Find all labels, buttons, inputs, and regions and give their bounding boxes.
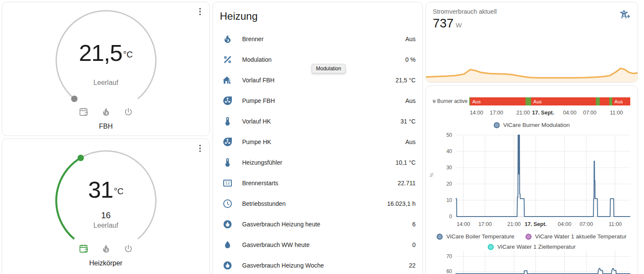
entity-row[interactable]: 12 Brennerstarts 22.711 — [213, 173, 422, 193]
entity-value: 10,1 °C — [395, 159, 416, 166]
hvac-mode-buttons — [2, 107, 210, 117]
timeline-segment-aus[interactable]: Aus — [470, 97, 526, 105]
pump-icon — [222, 96, 233, 106]
sensor-card-stromverbrauch[interactable]: Stromverbrauch aktuell 737W — [425, 2, 638, 83]
entity-value: 22 — [409, 262, 416, 269]
entity-row[interactable]: Gasverbrauch WW heute 0 — [213, 235, 422, 255]
y-tick: 50 — [447, 132, 452, 138]
fire-button[interactable] — [101, 244, 111, 254]
modulation-legend: ViCare Burner Modulation — [426, 121, 638, 129]
entity-name: Pumpe FBH — [242, 97, 275, 104]
x-tick: 04:00 — [563, 110, 576, 116]
timeline-segment-aus[interactable]: Aus — [612, 97, 630, 105]
entities-card-heizung: Heizung Brenner Aus Modulation 0 % Vorla… — [213, 2, 423, 274]
card-title: Heizkörper — [2, 259, 210, 268]
boiler-temperature-line — [456, 268, 630, 274]
entity-row[interactable]: Pumpe HK Aus — [213, 132, 422, 152]
entity-value: 0 % — [405, 56, 416, 63]
y-tick: 10 — [447, 197, 452, 203]
entity-name: Pumpe HK — [242, 139, 271, 145]
water-drop-icon — [222, 240, 233, 250]
dots-vertical-icon — [195, 143, 205, 154]
dial-handle[interactable] — [77, 155, 84, 161]
state-timeline[interactable]: AusAusAus — [469, 97, 630, 105]
timeline-segment-an[interactable] — [609, 97, 612, 105]
thermostat-card-fbh: 21,5°C Leerlauf FBH — [2, 2, 210, 136]
entity-value: Aus — [405, 36, 416, 42]
entity-row[interactable]: Gasverbrauch Heizung Woche 22 — [213, 255, 422, 274]
temperature-value: 31 — [88, 177, 113, 202]
entity-name: Brennerstarts — [242, 180, 278, 187]
card-title: Heizung — [220, 10, 416, 23]
legend-color-dot — [526, 234, 532, 240]
temperature-value: 21,5 — [79, 40, 122, 66]
calendar-sync-button[interactable] — [79, 107, 89, 117]
temperature-chart[interactable] — [456, 251, 630, 274]
entity-row[interactable]: Betriebsstunden 16.023,1 h — [213, 193, 422, 214]
fire-circle-icon — [222, 260, 233, 271]
current-temperature: 31°C — [2, 177, 210, 202]
entity-name: Modulation — [242, 56, 272, 63]
legend-item[interactable]: ViCare Water 1 aktuelle Temperatur — [526, 233, 627, 240]
timeline-entity-label: ViCare Burner active — [432, 97, 468, 105]
fire-icon — [222, 34, 233, 44]
thermostat-card-heizkoerper: 31°C 16 Leerlauf Heizkörper — [2, 139, 210, 274]
current-temperature: 21,5°C — [2, 40, 210, 66]
legend-label: ViCare Water 1 aktuelle Temperatur — [535, 233, 627, 240]
timeline-segment-an[interactable] — [596, 97, 600, 105]
percent-icon — [222, 54, 233, 65]
modulation-y-axis: 50403020100 — [426, 135, 452, 217]
legend-item[interactable]: ViCare Water 1 Zieltemperatur — [488, 243, 575, 250]
more-menu-button[interactable] — [195, 6, 205, 17]
power-button[interactable] — [123, 107, 134, 117]
target-temperature: 16 — [2, 210, 210, 220]
legend-item[interactable]: ViCare Boiler Temperature — [437, 233, 514, 240]
x-tick: 17:00 — [490, 110, 503, 116]
temperature-legend: ViCare Boiler TemperatureViCare Water 1 … — [426, 233, 638, 250]
entity-value: 0 — [412, 241, 416, 248]
hvac-mode-buttons — [2, 244, 210, 254]
entity-name: Vorlauf HK — [242, 118, 271, 125]
dial-handle[interactable] — [71, 96, 77, 102]
x-tick: 07:00 — [583, 110, 596, 116]
entity-row[interactable]: Gasverbrauch Heizung heute 6 — [213, 214, 422, 235]
segment-state-label: Aus — [612, 98, 623, 105]
card-title: Stromverbrauch aktuell — [433, 8, 631, 15]
pump-icon — [222, 137, 233, 147]
entity-row[interactable]: Pumpe FBH Aus — [213, 90, 422, 111]
entity-name: Brenner — [242, 36, 264, 42]
dots-vertical-icon — [195, 6, 205, 17]
svg-text:12: 12 — [225, 181, 230, 185]
fire-button[interactable] — [101, 107, 111, 117]
history-graph-card: ViCare Burner active AusAusAus 14:0017:0… — [425, 85, 638, 274]
entity-row[interactable]: Vorlauf HK 31 °C — [213, 111, 422, 132]
temperature-y-axis: 7060 — [426, 251, 452, 274]
entity-row[interactable]: Heizungsfühler 10,1 °C — [213, 152, 422, 173]
counter-icon: 12 — [222, 178, 233, 188]
legend-label: ViCare Boiler Temperature — [446, 233, 514, 240]
timeline-segment-aus[interactable] — [600, 97, 610, 105]
entity-row[interactable]: Brenner Aus — [213, 29, 422, 49]
legend-color-dot — [488, 244, 494, 250]
calendar-sync-button[interactable] — [79, 244, 89, 254]
modulation-chart[interactable] — [456, 135, 630, 217]
power-reading: 737W — [433, 16, 631, 30]
more-menu-button[interactable] — [195, 143, 205, 154]
y-tick: 0 — [449, 214, 452, 220]
timeline-segment-aus[interactable]: Aus — [531, 97, 596, 105]
legend-label: ViCare Water 1 Zieltemperatur — [497, 244, 575, 250]
thermometer-icon — [222, 116, 233, 126]
entity-name: Gasverbrauch WW heute — [242, 241, 310, 248]
entity-name: Gasverbrauch Heizung heute — [242, 221, 320, 228]
legend-item[interactable]: ViCare Burner Modulation — [494, 121, 570, 129]
x-tick: 14:00 — [470, 110, 483, 116]
entity-name: Gasverbrauch Heizung Woche — [242, 262, 324, 269]
timeline-segment-an[interactable] — [526, 97, 531, 105]
entity-name: Vorlauf FBH — [242, 77, 274, 84]
x-tick: 14:00 — [457, 221, 470, 227]
entity-value: 21,5 °C — [395, 77, 416, 84]
power-button[interactable] — [123, 244, 134, 254]
segment-state-label: Aus — [531, 98, 542, 105]
modulation-line — [456, 135, 630, 217]
clock-outline-icon — [222, 199, 233, 209]
